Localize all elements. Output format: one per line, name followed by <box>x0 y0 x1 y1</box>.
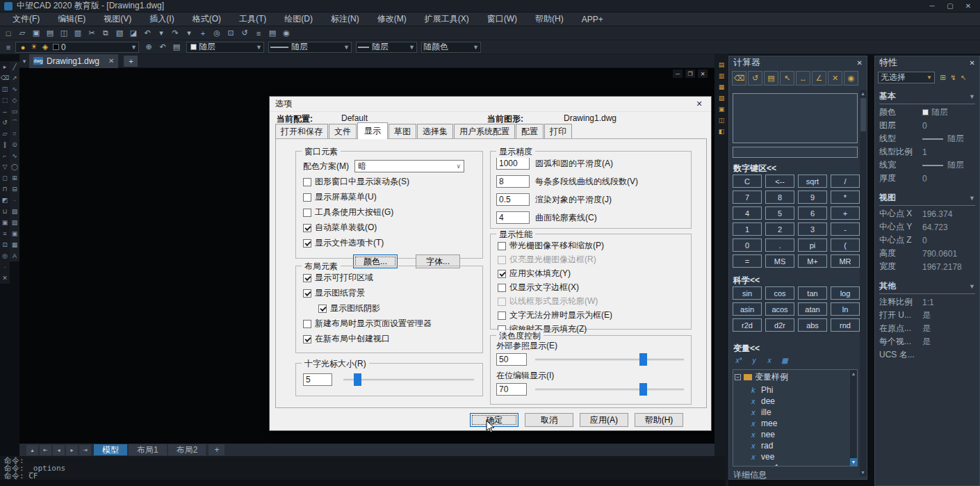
calc-key[interactable]: acos <box>765 302 794 316</box>
minimize-button[interactable]: ─ <box>923 0 941 13</box>
chevron-down-icon[interactable]: ▼ <box>341 44 350 51</box>
help-icon[interactable]: ◉ <box>844 71 858 86</box>
calc-key[interactable]: 9 <box>798 191 827 204</box>
checkbox[interactable] <box>498 242 506 250</box>
tool-icon[interactable]: ⬚ <box>1 95 10 106</box>
checkbox[interactable] <box>498 270 506 278</box>
calc-key[interactable]: tan <box>798 286 827 300</box>
checkbox[interactable] <box>303 178 311 186</box>
dialog-tab[interactable]: 文件 <box>329 124 357 139</box>
checkbox[interactable] <box>303 193 311 202</box>
menu-item[interactable]: 修改(M) <box>369 12 415 26</box>
calc-key[interactable]: cos <box>765 286 794 300</box>
dock-palette-icon-7[interactable]: ◧ <box>717 127 726 136</box>
section-header-other[interactable]: 其他 ▼ <box>879 280 975 294</box>
match-properties-icon[interactable]: ◪ <box>127 28 140 39</box>
tool-icon[interactable]: ◯ <box>10 161 19 172</box>
plot-icon[interactable]: ▤ <box>44 28 56 39</box>
checkbox-row[interactable]: 仅显示文字边框(X) <box>498 282 691 293</box>
calc-key[interactable]: MS <box>765 254 794 268</box>
tool-icon[interactable]: ▸ <box>1 61 10 72</box>
color-scheme-combo[interactable]: 暗 ∨ <box>354 160 464 172</box>
checkbox[interactable] <box>303 224 311 232</box>
layer-properties-icon[interactable]: ≡ <box>252 28 265 39</box>
tool-icon[interactable]: ◫ <box>1 83 10 95</box>
variables-scrollbar[interactable]: ▲ ▼ <box>850 370 857 466</box>
close-button[interactable]: ✕ <box>959 0 977 13</box>
layer-on-icon[interactable]: ● <box>18 42 28 53</box>
cancel-button[interactable]: 取消 <box>525 413 573 427</box>
tool-icon[interactable]: ↺ <box>1 117 10 128</box>
calc-key[interactable]: ln <box>831 302 860 316</box>
get-coordinates-icon[interactable]: ↖ <box>780 71 794 86</box>
delete-variable-icon[interactable]: x <box>764 355 775 365</box>
precision-input[interactable] <box>496 157 530 170</box>
tool-icon[interactable]: ◻ <box>1 172 10 184</box>
maximize-button[interactable]: ▢ <box>941 0 959 13</box>
calc-key[interactable]: log <box>831 286 860 300</box>
precision-input[interactable] <box>496 175 530 188</box>
clear-icon[interactable]: ⌫ <box>732 71 746 86</box>
calc-key[interactable]: 0 <box>733 238 762 252</box>
calc-key[interactable]: 3 <box>798 222 827 236</box>
calc-key[interactable]: 2 <box>765 222 794 236</box>
dialog-tab[interactable]: 用户系统配置 <box>454 124 515 139</box>
plotstyle-combo[interactable]: 随颜色 ▼ <box>421 42 481 53</box>
intersection-of-lines-icon[interactable]: ✕ <box>828 71 842 86</box>
cut-icon[interactable]: ✂ <box>85 28 98 39</box>
layout-nav-button[interactable]: ⇥ <box>79 445 91 455</box>
scroll-up-icon[interactable]: ▲ <box>851 370 856 378</box>
tool-icon[interactable]: ⌒ <box>10 117 19 128</box>
distance-between-points-icon[interactable]: ↔ <box>796 71 810 86</box>
dock-palette-icon-5[interactable]: ▣ <box>717 104 726 114</box>
precision-input[interactable] <box>496 211 530 224</box>
tool-icon[interactable]: ↔ <box>1 106 10 117</box>
precision-input[interactable] <box>496 193 530 206</box>
checkbox-row[interactable]: 以线框形式显示轮廓(W) <box>498 295 691 307</box>
calculator-title-bar[interactable]: 计算器 ✕ <box>729 56 867 69</box>
tool-icon[interactable]: ▽ <box>1 161 10 172</box>
mdi-close-button[interactable]: ✕ <box>698 70 708 78</box>
tool-icon[interactable]: ≡ <box>1 228 10 239</box>
tool-icon[interactable]: ⊡ <box>1 239 10 250</box>
undo-dropdown-icon[interactable]: ▾ <box>155 28 168 39</box>
calc-key[interactable]: r2d <box>733 318 762 332</box>
xref-display-input[interactable] <box>496 353 527 366</box>
dock-palette-icon-4[interactable]: ▧ <box>717 93 726 103</box>
color-combo[interactable]: 随层 ▼ <box>186 42 264 53</box>
properties-title-bar[interactable]: 特性 ✕ <box>875 56 979 69</box>
help-button[interactable]: 帮助(H) <box>635 413 683 427</box>
calc-key[interactable]: ( <box>831 238 860 252</box>
mdi-minimize-button[interactable]: ─ <box>673 70 683 78</box>
tool-icon[interactable]: ∙ <box>1 261 10 273</box>
crosshair-size-input[interactable] <box>303 373 332 386</box>
calc-key[interactable]: 7 <box>733 191 762 204</box>
checkbox-row[interactable]: 应用实体填充(Y) <box>498 268 691 280</box>
calculator-history-display[interactable] <box>733 93 858 143</box>
crosshair-size-slider[interactable] <box>343 373 474 386</box>
property-row[interactable]: 宽度 1967.2178 <box>875 260 979 273</box>
dock-palette-icon-3[interactable]: ▦ <box>717 82 726 92</box>
calc-key[interactable]: 1 <box>733 222 762 236</box>
zoom-window-icon[interactable]: ⊡ <box>224 28 237 39</box>
property-row[interactable]: 注释比例 1:1 <box>875 295 979 309</box>
calculator-close-icon[interactable]: ✕ <box>857 59 863 67</box>
calc-key[interactable]: rnd <box>831 318 860 332</box>
tool-icon[interactable]: ▭ <box>10 106 19 117</box>
property-row[interactable]: 图层 0 <box>875 119 979 132</box>
dialog-tab[interactable]: 显示 <box>357 122 388 139</box>
calculator-scrollbar[interactable]: ▲ ▼ <box>860 90 867 476</box>
new-icon[interactable]: □ <box>2 28 15 39</box>
tool-icon[interactable]: ◇ <box>10 95 19 106</box>
tool-icon[interactable]: ▣ <box>10 228 19 239</box>
chevron-down-icon[interactable]: ▼ <box>969 93 975 100</box>
variable-item[interactable]: x vee <box>733 451 857 462</box>
slider-thumb[interactable] <box>354 373 361 386</box>
paste-to-commandline-icon[interactable]: ▤ <box>764 71 778 86</box>
menu-item[interactable]: 标注(N) <box>322 12 368 26</box>
checkbox[interactable] <box>303 320 311 328</box>
checkbox[interactable] <box>303 209 311 217</box>
tool-icon[interactable]: ⊟ <box>10 184 19 195</box>
tool-icon[interactable]: ⌫ <box>1 72 10 83</box>
variable-item[interactable]: x nee <box>733 429 857 440</box>
